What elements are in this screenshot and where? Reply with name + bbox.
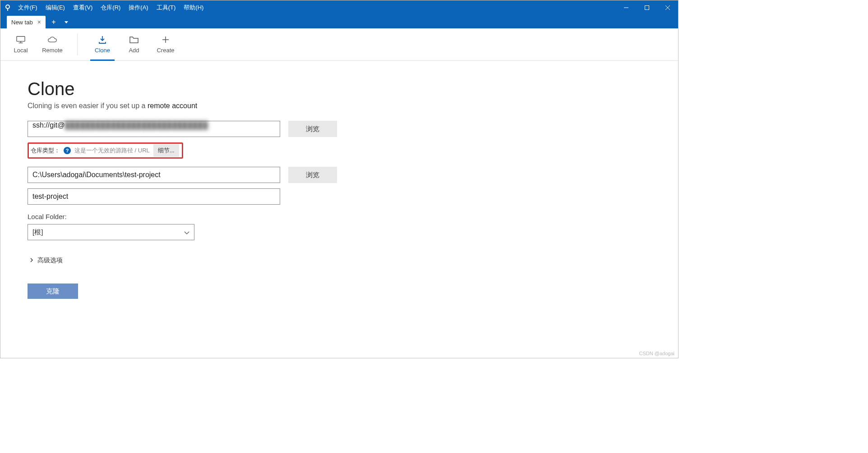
toolbar-separator bbox=[77, 34, 78, 55]
menu-repo[interactable]: 仓库(R) bbox=[97, 0, 125, 15]
local-folder-value: [根] bbox=[32, 228, 43, 237]
remote-account-link[interactable]: remote account bbox=[148, 102, 197, 110]
menu-help[interactable]: 帮助(H) bbox=[180, 0, 208, 15]
toolbar-add-label: Add bbox=[129, 47, 139, 54]
toolbar-create-label: Create bbox=[157, 47, 174, 54]
toolbar-remote[interactable]: Remote bbox=[37, 28, 68, 61]
repo-type-warning: 仓库类型： ? 这是一个无效的源路径 / URL 细节... bbox=[28, 142, 183, 159]
chevron-down-icon bbox=[184, 229, 189, 236]
cloud-icon bbox=[48, 35, 57, 44]
folder-icon bbox=[129, 35, 139, 44]
content-area: Clone Cloning is even easier if you set … bbox=[0, 61, 678, 358]
tab-new[interactable]: New tab × bbox=[7, 16, 46, 28]
page-subtitle: Cloning is even easier if you set up a r… bbox=[28, 102, 651, 110]
menu-edit[interactable]: 编辑(E) bbox=[42, 0, 69, 15]
info-icon: ? bbox=[64, 147, 71, 154]
toolbar-local-label: Local bbox=[14, 47, 28, 54]
local-folder-select[interactable]: [根] bbox=[28, 224, 194, 240]
name-input[interactable] bbox=[28, 188, 280, 205]
toolbar-remote-label: Remote bbox=[42, 47, 63, 54]
chevron-right-icon bbox=[30, 257, 33, 264]
tab-add-button[interactable]: + bbox=[47, 16, 60, 28]
monitor-icon bbox=[16, 35, 25, 44]
tab-label: New tab bbox=[11, 19, 33, 26]
menu-actions[interactable]: 操作(A) bbox=[125, 0, 152, 15]
toolbar-local[interactable]: Local bbox=[5, 28, 37, 61]
svg-rect-7 bbox=[17, 37, 25, 41]
tab-dropdown-icon[interactable] bbox=[60, 16, 73, 28]
menu-tools[interactable]: 工具(T) bbox=[152, 0, 180, 15]
minimize-button[interactable] bbox=[616, 0, 637, 15]
watermark: CSDN @adogai bbox=[639, 351, 674, 356]
maximize-button[interactable] bbox=[637, 0, 657, 15]
page-title: Clone bbox=[28, 79, 651, 99]
svg-rect-1 bbox=[7, 8, 8, 11]
svg-rect-3 bbox=[645, 6, 649, 10]
repo-type-label: 仓库类型： bbox=[31, 146, 60, 155]
toolbar-add[interactable]: Add bbox=[118, 28, 150, 61]
details-button[interactable]: 细节... bbox=[153, 144, 179, 157]
tabbar: New tab × + bbox=[0, 15, 678, 28]
svg-point-0 bbox=[6, 5, 9, 9]
clone-button[interactable]: 克隆 bbox=[28, 284, 78, 299]
advanced-options-label: 高级选项 bbox=[37, 256, 63, 265]
toolbar-clone[interactable]: Clone bbox=[87, 28, 118, 61]
local-folder-label: Local Folder: bbox=[28, 213, 651, 220]
destination-path-input[interactable] bbox=[28, 167, 280, 183]
browse-source-button[interactable]: 浏览 bbox=[288, 121, 337, 137]
repo-type-message: 这是一个无效的源路径 / URL bbox=[74, 146, 150, 155]
titlebar: 文件(F) 编辑(E) 查看(V) 仓库(R) 操作(A) 工具(T) 帮助(H… bbox=[0, 0, 678, 15]
advanced-options-toggle[interactable]: 高级选项 bbox=[30, 256, 651, 265]
plus-icon bbox=[161, 35, 170, 44]
svg-marker-6 bbox=[65, 21, 68, 23]
close-button[interactable] bbox=[657, 0, 678, 15]
app-icon bbox=[1, 4, 14, 11]
menu-file[interactable]: 文件(F) bbox=[14, 0, 42, 15]
download-icon bbox=[98, 35, 107, 44]
tab-close-icon[interactable]: × bbox=[37, 18, 41, 26]
app-window: 文件(F) 编辑(E) 查看(V) 仓库(R) 操作(A) 工具(T) 帮助(H… bbox=[0, 0, 679, 358]
menu-view[interactable]: 查看(V) bbox=[69, 0, 97, 15]
browse-destination-button[interactable]: 浏览 bbox=[288, 167, 337, 183]
source-url-input[interactable]: ssh://git@████████████████████████████ bbox=[28, 121, 280, 137]
toolbar: Local Remote Clone Add Create bbox=[0, 28, 678, 61]
toolbar-create[interactable]: Create bbox=[150, 28, 181, 61]
toolbar-clone-label: Clone bbox=[95, 47, 110, 54]
